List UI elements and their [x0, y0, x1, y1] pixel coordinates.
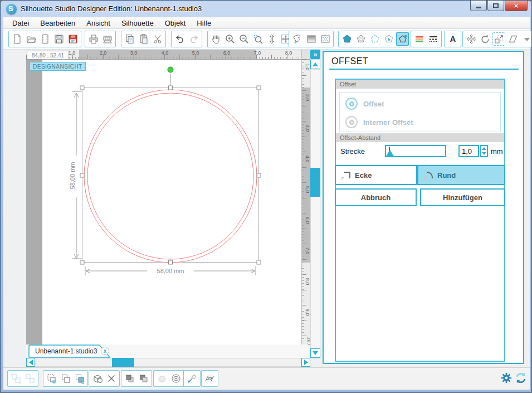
apply-button[interactable]: Hinzufügen [420, 188, 505, 206]
distance-input[interactable]: 1,0 [458, 145, 479, 157]
slider-thumb[interactable] [386, 150, 394, 156]
close-icon: × [514, 2, 519, 10]
horizontal-scrollbar-track[interactable] [35, 358, 301, 367]
save-to-library-icon[interactable] [66, 32, 79, 46]
move-icon[interactable] [465, 32, 477, 46]
design-circle[interactable] [87, 93, 253, 259]
duplicate-icon[interactable] [73, 372, 86, 385]
release-compound-icon[interactable] [59, 372, 72, 385]
fill-picker-icon[interactable] [186, 372, 198, 385]
vertical-scrollbar-thumb[interactable] [310, 168, 320, 197]
line-style-icon[interactable] [427, 32, 440, 46]
send-to-silhouette-icon[interactable] [101, 32, 114, 46]
window-title: Silhouette Studio Designer Edition: Unbe… [21, 4, 202, 13]
maximize-button[interactable] [487, 1, 504, 11]
selection-handles[interactable] [80, 86, 261, 264]
offset-option[interactable]: Offset [345, 98, 384, 110]
document-tab[interactable]: Unbenannt-1.studio3 x [28, 345, 119, 358]
menu-ansicht[interactable]: Ansicht [81, 18, 116, 28]
corner-style-rund-button[interactable]: Rund [417, 165, 505, 185]
cancel-button[interactable]: Abbruch [335, 188, 417, 206]
open-icon[interactable] [25, 32, 37, 46]
paste-icon[interactable] [137, 32, 150, 46]
inner-offset-option[interactable]: Interner Offset [345, 116, 413, 128]
redo-icon[interactable] [187, 32, 200, 46]
zoom-selection-icon[interactable] [251, 32, 264, 46]
selection-overlay: 58,00 mm 58,00 mm [26, 60, 301, 345]
zoom-group [207, 31, 294, 47]
save-icon[interactable] [52, 32, 65, 46]
menu-silhouette[interactable]: Silhouette [116, 18, 159, 28]
title-bar[interactable]: S Silhouette Studio Designer Edition: Un… [1, 1, 531, 17]
settings-gear-icon[interactable] [500, 372, 513, 386]
scale-icon[interactable] [492, 32, 505, 46]
line-color-icon[interactable] [413, 32, 426, 46]
vertical-scrollbar-track[interactable] [310, 69, 320, 358]
offset-preview-circle [84, 90, 257, 263]
app-window: S Silhouette Studio Designer Edition: Un… [0, 0, 532, 393]
stepper-down-icon[interactable] [482, 152, 486, 155]
perspective-group [201, 370, 218, 387]
gradient-fill-icon[interactable] [305, 32, 318, 46]
order-group [121, 370, 152, 387]
menu-hilfe[interactable]: Hilfe [191, 18, 217, 28]
menu-bearbeiten[interactable]: Bearbeiten [35, 18, 81, 28]
cutting-mat-icon[interactable] [38, 32, 51, 46]
corner-style-ecke-button[interactable]: Ecke [335, 165, 417, 185]
shadow-tool-icon[interactable] [340, 32, 353, 46]
menu-objekt[interactable]: Objekt [159, 18, 192, 28]
canvas-area: 1,0 2,0 3,0 4,0 5,0 6,0 7,0 8,0 1,0 2,0 … [3, 50, 530, 367]
copy-icon[interactable] [123, 32, 136, 46]
ungroup-objects-icon[interactable] [23, 372, 36, 385]
stepper-up-icon[interactable] [482, 147, 486, 150]
menu-datei[interactable]: Datei [7, 18, 35, 28]
zoom-out-icon[interactable] [237, 32, 250, 46]
fill-color-icon[interactable] [291, 32, 304, 46]
rotate-icon[interactable] [479, 32, 491, 46]
pattern-fill-icon[interactable] [319, 32, 331, 46]
scroll-left-button[interactable] [26, 358, 35, 367]
distance-unit: mm [491, 147, 503, 156]
cut-icon[interactable] [151, 32, 164, 46]
send-backward-icon[interactable] [137, 372, 150, 385]
bring-forward-icon[interactable] [123, 372, 136, 385]
offset-shape-icon[interactable] [169, 372, 182, 385]
sketch-tool-icon[interactable] [382, 32, 395, 46]
distance-stepper[interactable] [480, 145, 488, 157]
tab-close-button[interactable]: x [101, 347, 109, 355]
text-style-icon[interactable]: A [446, 32, 459, 46]
close-button[interactable]: × [505, 1, 528, 11]
scroll-up-button[interactable] [310, 60, 320, 69]
inner-offset-rings-icon [345, 116, 358, 128]
maximize-icon [493, 3, 499, 8]
delete-icon[interactable] [105, 372, 118, 385]
group-objects-icon[interactable] [9, 372, 22, 385]
more-dropdown-icon[interactable] [520, 32, 532, 46]
shear-icon[interactable] [506, 32, 519, 46]
new-document-icon[interactable] [11, 32, 23, 46]
scroll-down-button[interactable] [310, 348, 320, 358]
picker-group [183, 370, 201, 387]
pan-icon[interactable] [209, 32, 222, 46]
rhinestone-tool-icon[interactable] [368, 32, 381, 46]
sync-icon[interactable] [515, 372, 527, 386]
zoom-drag-icon[interactable] [265, 32, 278, 46]
offset-tool-icon[interactable] [396, 32, 409, 46]
document-tab-label: Unbenannt-1.studio3 [35, 347, 97, 355]
offset-panel: OFFSET Offset Offset Interner Offset Off… [323, 51, 524, 364]
zoom-in-icon[interactable] [223, 32, 236, 46]
make-compound-icon[interactable] [45, 372, 58, 385]
undo-icon[interactable] [173, 32, 186, 46]
scroll-right-button[interactable] [301, 358, 310, 367]
weld-icon[interactable] [91, 372, 104, 385]
distance-label: Strecke [340, 147, 365, 156]
perspective-icon[interactable] [203, 372, 216, 385]
minimize-button[interactable] [470, 1, 487, 11]
rotation-handle[interactable] [168, 67, 173, 72]
emboss-tool-icon[interactable] [354, 32, 367, 46]
expand-panel-button[interactable]: » [310, 50, 320, 59]
horizontal-scrollbar-thumb[interactable] [112, 358, 134, 367]
print-icon[interactable] [87, 32, 100, 46]
distance-slider[interactable] [385, 145, 446, 157]
shape-effect-icon[interactable] [155, 372, 168, 385]
